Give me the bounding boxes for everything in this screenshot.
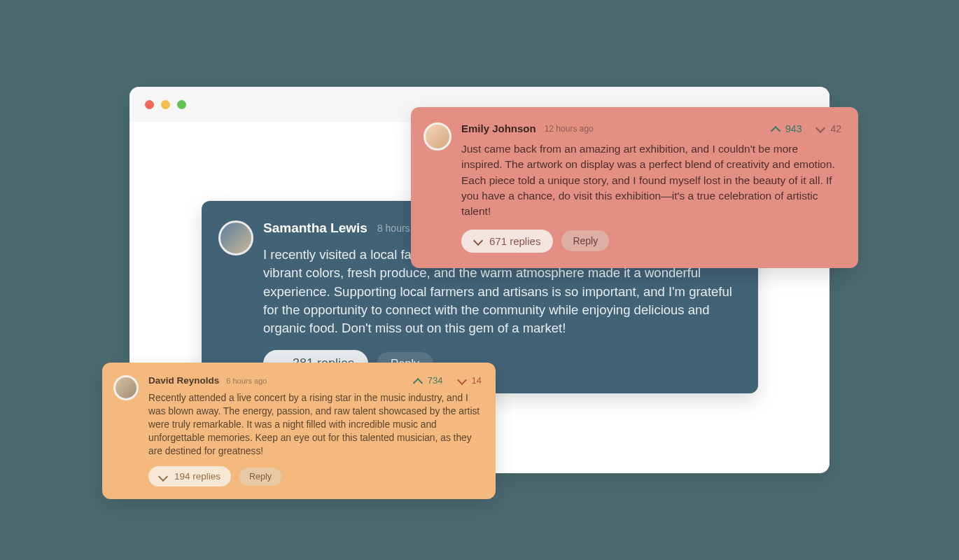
comment-body: David Reynolds 6 hours ago 734 14 Recent… [148,375,482,486]
vote-controls: 734 14 [413,375,482,386]
chevron-up-icon [771,124,780,134]
comment-text: Just came back from an amazing art exhib… [461,141,841,220]
comment-actions: 194 replies Reply [148,466,482,486]
author-name: David Reynolds [148,375,219,386]
chevron-down-icon [474,237,482,245]
avatar [424,122,451,150]
window-minimize-icon[interactable] [161,100,170,109]
upvote-button[interactable]: 734 [413,375,443,386]
downvote-button[interactable]: 42 [816,123,841,134]
upvote-button[interactable]: 943 [771,123,802,134]
chevron-down-icon [159,472,167,481]
downvote-count: 14 [472,375,482,386]
comment-actions: 671 replies Reply [461,230,841,253]
reply-button[interactable]: Reply [239,468,281,486]
downvote-button[interactable]: 14 [457,375,482,386]
upvote-count: 734 [428,375,443,386]
upvote-count: 943 [785,123,802,134]
comment-card-emily: Emily Johnson 12 hours ago 943 42 Just c… [411,107,858,268]
vote-controls: 943 42 [771,123,841,134]
chevron-down-icon [457,376,467,386]
chevron-up-icon [413,376,423,386]
author-name: Samantha Lewis [263,220,368,236]
replies-toggle[interactable]: 671 replies [461,230,553,253]
replies-count: 671 replies [489,235,540,247]
reply-label: Reply [573,235,598,246]
timestamp: 6 hours ago [226,377,267,385]
comment-meta: David Reynolds 6 hours ago 734 14 [148,375,482,386]
replies-count: 194 replies [174,471,220,482]
avatar [218,220,253,255]
timestamp: 12 hours ago [545,124,594,134]
chevron-down-icon [816,124,825,134]
author-name: Emily Johnson [461,122,536,134]
avatar [113,375,139,400]
reply-button[interactable]: Reply [561,230,609,251]
comment-card-david: David Reynolds 6 hours ago 734 14 Recent… [102,363,496,499]
comment-meta: Emily Johnson 12 hours ago 943 42 [461,122,841,134]
downvote-count: 42 [830,123,841,134]
reply-label: Reply [249,472,272,482]
replies-toggle[interactable]: 194 replies [148,466,231,486]
window-maximize-icon[interactable] [177,100,186,109]
comment-text: Recently attended a live concert by a ri… [148,391,482,458]
window-close-icon[interactable] [145,100,154,109]
comment-body: Emily Johnson 12 hours ago 943 42 Just c… [461,122,841,253]
